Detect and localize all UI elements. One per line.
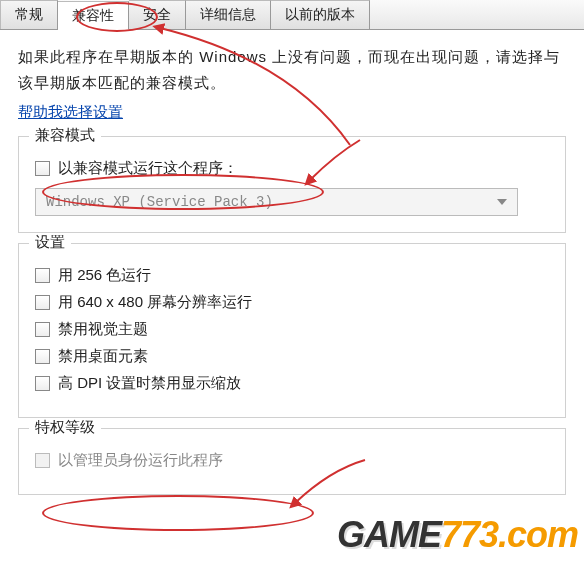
row-high-dpi[interactable]: 高 DPI 设置时禁用显示缩放 [35,374,549,393]
label-disable-theme: 禁用视觉主题 [58,320,148,339]
tab-details[interactable]: 详细信息 [186,0,271,29]
row-disable-desktop[interactable]: 禁用桌面元素 [35,347,549,366]
tab-content: 如果此程序在早期版本的 Windows 上没有问题，而现在出现问题，请选择与该早… [0,30,584,509]
dropdown-os-version[interactable]: Windows XP (Service Pack 3) [35,188,518,216]
row-640x480[interactable]: 用 640 x 480 屏幕分辨率运行 [35,293,549,312]
help-link[interactable]: 帮助我选择设置 [18,103,123,122]
checkbox-icon [35,295,50,310]
label-high-dpi: 高 DPI 设置时禁用显示缩放 [58,374,241,393]
label-run-compat: 以兼容模式运行这个程序： [58,159,238,178]
checkbox-icon [35,349,50,364]
tab-bar: 常规 兼容性 安全 详细信息 以前的版本 [0,0,584,30]
intro-text: 如果此程序在早期版本的 Windows 上没有问题，而现在出现问题，请选择与该早… [18,44,566,95]
group-privilege: 特权等级 以管理员身份运行此程序 [18,428,566,495]
row-run-as-admin[interactable]: 以管理员身份运行此程序 [35,451,549,470]
dropdown-value: Windows XP (Service Pack 3) [46,194,273,210]
checkbox-icon [35,161,50,176]
tab-previous-versions[interactable]: 以前的版本 [271,0,370,29]
row-run-compat[interactable]: 以兼容模式运行这个程序： [35,159,549,178]
label-disable-desktop: 禁用桌面元素 [58,347,148,366]
checkbox-icon [35,268,50,283]
label-640x480: 用 640 x 480 屏幕分辨率运行 [58,293,252,312]
label-run-as-admin: 以管理员身份运行此程序 [58,451,223,470]
watermark-part-a: GAME [337,514,441,555]
tab-compatibility[interactable]: 兼容性 [58,1,129,30]
group-compat-mode: 兼容模式 以兼容模式运行这个程序： Windows XP (Service Pa… [18,136,566,233]
row-256-color[interactable]: 用 256 色运行 [35,266,549,285]
group-compat-title: 兼容模式 [29,126,101,145]
group-privilege-title: 特权等级 [29,418,101,437]
row-disable-theme[interactable]: 禁用视觉主题 [35,320,549,339]
checkbox-icon [35,322,50,337]
group-settings-title: 设置 [29,233,71,252]
watermark-part-b: 773.com [441,514,578,555]
tab-general[interactable]: 常规 [0,0,58,29]
checkbox-icon [35,453,50,468]
label-256-color: 用 256 色运行 [58,266,151,285]
watermark: GAME773.com [337,514,578,556]
tab-security[interactable]: 安全 [129,0,186,29]
chevron-down-icon [497,199,507,205]
group-settings: 设置 用 256 色运行 用 640 x 480 屏幕分辨率运行 禁用视觉主题 … [18,243,566,418]
checkbox-icon [35,376,50,391]
